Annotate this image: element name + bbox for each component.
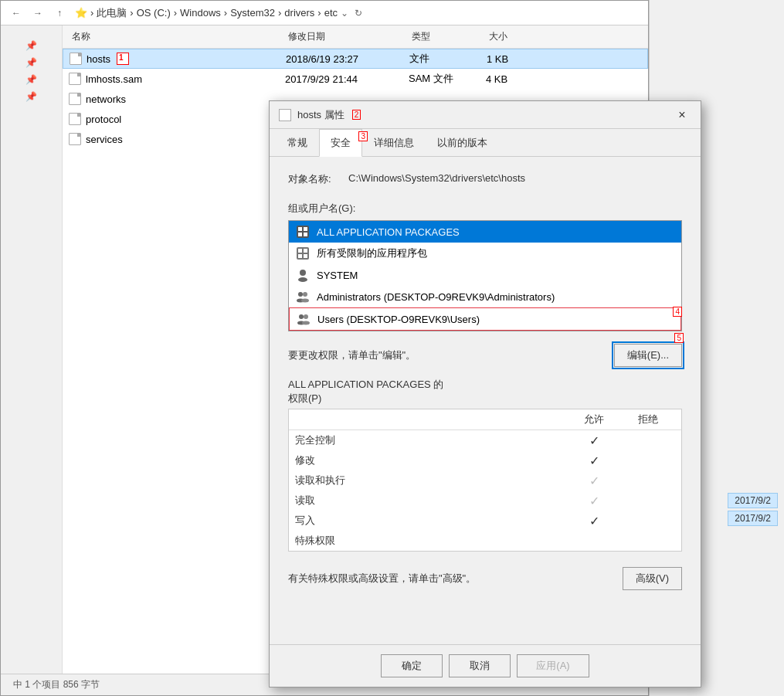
svg-rect-3: [298, 233, 302, 236]
address-separator0: ›: [90, 7, 93, 19]
user-item-0[interactable]: ALL APPLICATION PACKAGES: [289, 221, 681, 243]
column-headers: 名称 修改日期 类型 大小: [63, 25, 648, 49]
annotation-2: 2: [352, 110, 361, 120]
pin-2[interactable]: 📌: [24, 55, 39, 70]
object-name-row: 对象名称: C:\Windows\System32\drivers\etc\ho…: [288, 172, 682, 186]
perm-header: 允许 拒绝: [289, 409, 681, 430]
address-sep1: ›: [130, 7, 133, 19]
address-part-3[interactable]: System32: [230, 7, 275, 19]
file-name-hosts: hosts 1: [70, 53, 286, 65]
file-item-hosts[interactable]: hosts 1 2018/6/19 23:27 文件 1 KB: [63, 49, 648, 69]
file-size-lmhosts: 4 KB: [486, 73, 548, 85]
address-refresh[interactable]: ↻: [355, 8, 362, 19]
dialog-title-left: hosts 属性 2: [279, 108, 361, 122]
advanced-button[interactable]: 高级(V): [623, 567, 682, 590]
col-modified[interactable]: 修改日期: [285, 29, 409, 45]
nav-buttons: ← → ↑: [7, 4, 69, 22]
tab-details[interactable]: 详细信息: [362, 129, 426, 157]
right-date-2: 2017/9/2: [728, 511, 778, 526]
right-date-1: 2017/9/2: [728, 493, 778, 508]
cancel-button[interactable]: 取消: [449, 654, 511, 677]
perm-row-4: 写入 ✓: [289, 511, 681, 531]
file-name-protocol: protocol: [69, 113, 285, 125]
user-item-1[interactable]: 所有受限制的应用程序包: [289, 243, 681, 264]
user-item-2[interactable]: SYSTEM: [289, 264, 681, 286]
dialog-content: 对象名称: C:\Windows\System32\drivers\etc\ho…: [270, 157, 701, 644]
svg-point-12: [298, 292, 303, 297]
user-name-1: 所有受限制的应用程序包: [317, 246, 427, 260]
perm-name-4: 写入: [295, 514, 567, 528]
address-sep5: ›: [317, 7, 321, 19]
address-path: ⭐ › 此电脑 › OS (C:) › Windows › System32 ›…: [75, 6, 362, 20]
up-button[interactable]: ↑: [50, 4, 69, 22]
svg-point-18: [304, 314, 308, 319]
forward-button[interactable]: →: [29, 4, 47, 22]
svg-rect-6: [298, 249, 302, 253]
dialog-close-button[interactable]: ×: [673, 106, 691, 124]
address-part-5[interactable]: etc: [324, 7, 338, 19]
user-icon-0: [295, 224, 311, 239]
user-icon-4: [296, 311, 311, 327]
edit-row: 要更改权限，请单击"编辑"。 5 编辑(E)...: [288, 344, 682, 367]
permissions-title: ALL APPLICATION PACKAGES 的 权限(P): [288, 378, 682, 406]
col-size[interactable]: 大小: [486, 29, 548, 45]
object-name-label: 对象名称:: [288, 172, 342, 186]
user-name-0: ALL APPLICATION PACKAGES: [317, 226, 460, 238]
advanced-text: 有关特殊权限或高级设置，请单击"高级"。: [288, 572, 623, 586]
tab-security[interactable]: 安全 3: [319, 129, 362, 157]
file-item-lmhosts[interactable]: lmhosts.sam 2017/9/29 21:44 SAM 文件 4 KB: [63, 69, 648, 89]
perm-allow-2: ✓: [567, 474, 621, 488]
ok-button[interactable]: 确定: [381, 654, 443, 677]
pin-3[interactable]: 📌: [24, 72, 39, 87]
user-item-3[interactable]: Administrators (DESKTOP-O9REVK9\Administ…: [289, 286, 681, 307]
address-part-2[interactable]: Windows: [180, 7, 221, 19]
user-name-2: SYSTEM: [317, 270, 358, 281]
annotation-1: 1: [119, 53, 124, 62]
address-star: ⭐: [75, 7, 87, 19]
svg-point-14: [303, 292, 307, 297]
svg-rect-2: [304, 227, 307, 231]
svg-rect-8: [298, 254, 302, 258]
dialog-title-text: hosts 属性: [297, 108, 344, 122]
perm-name-0: 完全控制: [295, 433, 567, 447]
right-dates: 2017/9/2 2017/9/2: [728, 493, 778, 526]
pin-4[interactable]: 📌: [24, 89, 39, 104]
file-icon-protocol: [69, 113, 81, 125]
tab-previous[interactable]: 以前的版本: [426, 129, 499, 157]
apply-button[interactable]: 应用(A): [517, 654, 589, 677]
back-button[interactable]: ←: [7, 4, 25, 22]
edit-button[interactable]: 编辑(E)...: [614, 344, 682, 367]
perm-allow-4: ✓: [567, 514, 621, 528]
svg-point-15: [301, 299, 309, 303]
col-type[interactable]: 类型: [409, 29, 486, 45]
address-sep2: ›: [174, 7, 177, 19]
perm-row-1: 修改 ✓: [289, 450, 681, 470]
user-name-4: Users (DESKTOP-O9REVK9\Users): [317, 314, 480, 325]
perm-row-2: 读取和执行 ✓: [289, 470, 681, 491]
address-expand[interactable]: ⌄: [341, 8, 348, 19]
annotation-5: 5: [674, 333, 684, 343]
svg-point-16: [299, 314, 304, 319]
tab-bar: 常规 安全 3 详细信息 以前的版本: [270, 129, 701, 157]
address-part-0[interactable]: 此电脑: [97, 6, 127, 20]
address-bar: ← → ↑ ⭐ › 此电脑 › OS (C:) › Windows › Syst…: [1, 1, 648, 25]
dialog-footer: 确定 取消 应用(A): [270, 644, 701, 687]
address-part-1[interactable]: OS (C:): [137, 7, 171, 19]
address-part-4[interactable]: drivers: [284, 7, 314, 19]
advanced-row: 有关特殊权限或高级设置，请单击"高级"。 高级(V): [288, 567, 682, 590]
col-name[interactable]: 名称: [69, 29, 285, 45]
svg-rect-1: [298, 227, 302, 231]
perm-deny-header: 拒绝: [621, 413, 675, 426]
perm-allow-3: ✓: [567, 494, 621, 508]
file-size-hosts: 1 KB: [487, 53, 548, 65]
tab-general[interactable]: 常规: [276, 129, 319, 157]
perm-allow-1: ✓: [567, 453, 621, 468]
perm-name-3: 读取: [295, 494, 567, 508]
pin-1[interactable]: 📌: [24, 38, 39, 53]
perm-name-1: 修改: [295, 453, 567, 467]
sidebar: 📌 📌 📌 📌: [1, 25, 63, 674]
file-name-services: services: [69, 133, 285, 145]
perm-row-3: 读取 ✓: [289, 491, 681, 511]
perm-allow-0: ✓: [567, 433, 621, 448]
user-item-4[interactable]: Users (DESKTOP-O9REVK9\Users) 4: [289, 307, 681, 331]
